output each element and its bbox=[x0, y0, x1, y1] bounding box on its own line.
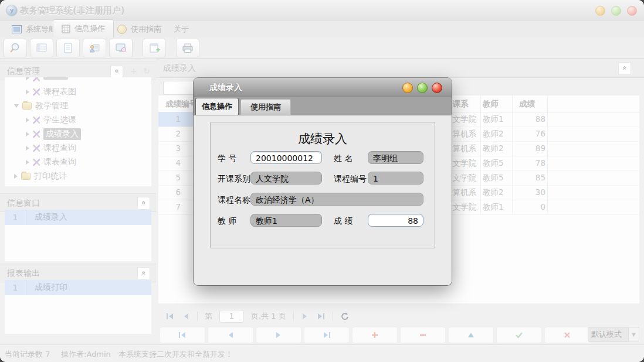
add-record-button[interactable] bbox=[352, 327, 398, 343]
tree-item-student-select[interactable]: 学生选课 bbox=[5, 113, 151, 127]
document-button[interactable] bbox=[56, 39, 80, 57]
nav-prev-button[interactable] bbox=[208, 327, 253, 343]
expand-icon bbox=[26, 132, 29, 136]
course-id-field[interactable]: 1 bbox=[368, 172, 423, 185]
ribbon-toolbar bbox=[0, 37, 644, 59]
chevron-down-icon[interactable]: ▼ bbox=[629, 327, 639, 342]
collapse-up-icon[interactable]: « bbox=[137, 197, 150, 210]
tree-label-selected: 成绩录入 bbox=[43, 128, 81, 140]
course-id-label: 课程编号 bbox=[334, 174, 367, 185]
tab-label: 系统导航 bbox=[26, 24, 56, 35]
dialog-title: 成绩录入 bbox=[209, 83, 242, 93]
add-icon[interactable]: + bbox=[130, 66, 137, 76]
prev-page-icon[interactable] bbox=[182, 312, 190, 320]
minimize-button[interactable] bbox=[595, 6, 605, 16]
list-item-index: 1 bbox=[5, 280, 26, 295]
table-view-button[interactable] bbox=[30, 39, 53, 57]
score-field[interactable]: 88 bbox=[368, 214, 423, 227]
tool-icon bbox=[33, 145, 40, 152]
tool-icon bbox=[33, 117, 40, 124]
tree-item-course-chart[interactable]: 课程表图 bbox=[5, 85, 151, 99]
teacher-label: 教 师 bbox=[218, 216, 236, 227]
nav-next-button[interactable] bbox=[256, 327, 301, 343]
document-icon bbox=[62, 42, 74, 54]
dialog-close-button[interactable] bbox=[432, 83, 442, 93]
delete-record-button[interactable] bbox=[400, 327, 446, 343]
tree-item-partial[interactable] bbox=[5, 77, 151, 85]
expand-icon bbox=[26, 146, 29, 151]
tree-item-score-entry[interactable]: 成绩录入 bbox=[5, 127, 151, 141]
printer-tool-button[interactable] bbox=[176, 39, 199, 57]
tree-item-course-query[interactable]: 课程查询 bbox=[5, 141, 151, 155]
mode-dropdown[interactable]: 默认模式 ▼ bbox=[588, 327, 639, 342]
list-item[interactable]: 1 成绩录入 bbox=[5, 210, 151, 225]
dept-field[interactable]: 人文学院 bbox=[250, 172, 322, 185]
dialog-maximize-button[interactable] bbox=[417, 83, 428, 93]
circle-icon bbox=[117, 25, 127, 34]
tool-icon bbox=[33, 88, 40, 95]
prev-record-icon bbox=[226, 331, 235, 339]
tree-item-timetable-query[interactable]: 课表查询 bbox=[5, 155, 151, 169]
course-name-label: 课程名称 bbox=[218, 195, 250, 206]
dialog-tab-user-guide[interactable]: 使用指南 bbox=[240, 99, 291, 115]
course-name-field[interactable]: 政治经济学（A） bbox=[250, 193, 423, 206]
first-page-icon[interactable] bbox=[165, 312, 175, 320]
collapse-left-icon[interactable]: « bbox=[110, 65, 123, 78]
tool-icon bbox=[33, 77, 40, 81]
refresh-icon[interactable]: ↻ bbox=[143, 66, 150, 76]
tab-user-guide[interactable]: 使用指南 bbox=[109, 21, 170, 37]
next-page-icon[interactable] bbox=[301, 312, 309, 320]
nav-first-button[interactable] bbox=[160, 327, 205, 343]
panel-title: 成绩录入 bbox=[163, 63, 196, 74]
monitor-search-icon bbox=[114, 42, 127, 54]
dept-label: 开课系别 bbox=[218, 174, 250, 185]
cancel-button[interactable] bbox=[544, 327, 590, 343]
dialog-tab-info-operate[interactable]: 信息操作 bbox=[195, 98, 239, 115]
col-score: 成绩 bbox=[519, 99, 535, 110]
tab-about[interactable]: 关于 bbox=[165, 21, 197, 37]
collapse-up-icon[interactable]: « bbox=[137, 267, 150, 280]
expand-icon bbox=[14, 174, 18, 179]
col-score-id: 成绩编号 bbox=[165, 99, 197, 110]
page-prefix: 第 bbox=[205, 311, 212, 322]
user-card-icon bbox=[88, 42, 101, 54]
clipped-label bbox=[43, 77, 68, 80]
tab-label: 使用指南 bbox=[131, 24, 161, 35]
tab-info-operate[interactable]: 信息操作 bbox=[53, 19, 114, 37]
student-id-field[interactable]: 20010000012 bbox=[250, 151, 322, 164]
check-icon bbox=[515, 332, 523, 339]
minus-icon bbox=[419, 331, 427, 339]
dialog-minimize-button[interactable] bbox=[402, 83, 413, 93]
close-button[interactable] bbox=[627, 6, 637, 16]
nav-last-button[interactable] bbox=[304, 327, 350, 343]
tree-label: 打印统计 bbox=[34, 171, 67, 182]
list-item[interactable]: 1 成绩打印 bbox=[5, 280, 151, 295]
report-output-title: 报表输出 bbox=[7, 268, 40, 279]
name-field[interactable]: 李明组 bbox=[368, 151, 423, 164]
tree-item-print-stats[interactable]: 打印统计 bbox=[5, 169, 151, 183]
up-triangle-icon bbox=[467, 332, 475, 339]
last-record-icon bbox=[322, 331, 331, 339]
col-teacher: 教师 bbox=[483, 99, 499, 110]
tab-label: 关于 bbox=[174, 24, 189, 35]
edit-record-button[interactable] bbox=[448, 327, 494, 343]
teacher-field[interactable]: 教师1 bbox=[250, 214, 322, 227]
tree-item-teaching-manage[interactable]: 教学管理 bbox=[5, 99, 151, 113]
search-tool-button[interactable] bbox=[4, 39, 27, 57]
status-bar: 当前记录数 7 操作者:Admin 本系统支持二次开发和全新开发！ bbox=[0, 344, 644, 362]
info-window-list: 1 成绩录入 bbox=[5, 210, 151, 261]
monitor-search-button[interactable] bbox=[109, 39, 133, 57]
refresh-icon[interactable] bbox=[340, 312, 350, 321]
page-number-input[interactable]: 1 bbox=[219, 310, 244, 323]
last-page-icon[interactable] bbox=[316, 312, 326, 320]
user-card-button[interactable] bbox=[83, 39, 106, 57]
confirm-button[interactable] bbox=[496, 327, 542, 343]
tree-label: 教学管理 bbox=[35, 101, 68, 111]
expand-icon bbox=[26, 90, 29, 94]
status-message: 本系统支持二次开发和全新开发！ bbox=[118, 349, 233, 360]
maximize-button[interactable] bbox=[611, 6, 621, 16]
printer-icon bbox=[181, 42, 194, 54]
collapse-up-icon[interactable]: « bbox=[618, 62, 631, 75]
record-nav-bar bbox=[160, 327, 590, 343]
window-add-button[interactable] bbox=[143, 39, 166, 57]
